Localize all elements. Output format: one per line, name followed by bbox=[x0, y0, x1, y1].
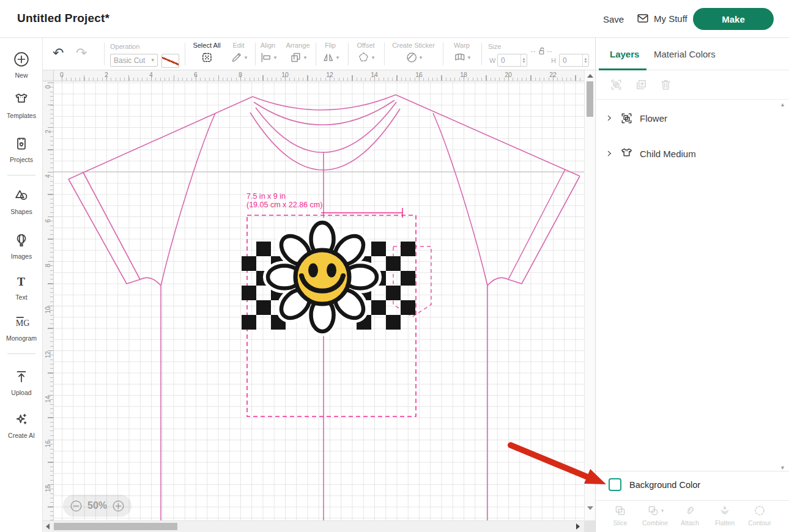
zoom-in-button[interactable] bbox=[112, 500, 125, 512]
group-icon[interactable] bbox=[609, 78, 623, 94]
tab-layers[interactable]: Layers bbox=[610, 49, 639, 59]
width-field: ▲▼ bbox=[497, 54, 527, 67]
sidebar-item-create-ai[interactable]: Create AI bbox=[0, 412, 43, 439]
layer-row-flower[interactable]: Flower bbox=[596, 105, 789, 131]
sidebar-item-monogram[interactable]: MGMonogram bbox=[0, 314, 43, 342]
operation-color-swatch[interactable] bbox=[161, 54, 179, 68]
shirt-icon bbox=[620, 147, 634, 161]
width-input[interactable] bbox=[498, 54, 520, 66]
monogram-icon: MG bbox=[13, 322, 29, 332]
toolbar-align-button[interactable]: Align▾ bbox=[259, 42, 277, 64]
toolbar-label: Offset bbox=[357, 42, 374, 49]
height-input[interactable] bbox=[560, 54, 582, 66]
sidebar-item-text[interactable]: TText bbox=[0, 273, 43, 301]
ruler-number: 8 bbox=[239, 71, 242, 78]
ruler-corner bbox=[43, 70, 54, 81]
chevron-down-icon: ▾ bbox=[468, 55, 471, 61]
ruler-number: 2 bbox=[105, 71, 108, 78]
scroll-right-arrow[interactable] bbox=[576, 523, 580, 530]
toolbar-arrange-button[interactable]: Arrange▾ bbox=[286, 42, 309, 64]
size-lock[interactable] bbox=[531, 45, 552, 57]
flower-design[interactable] bbox=[242, 223, 415, 331]
toolbar-edit-button[interactable]: Edit▾ bbox=[230, 42, 248, 64]
canvas-grid[interactable]: 7.5 in x 9 in (19.05 cm x 22.86 cm) bbox=[54, 81, 584, 520]
top-bar: Untitled Project* Save My Stuff Make bbox=[0, 0, 789, 38]
sidebar-item-upload[interactable]: Upload bbox=[0, 369, 43, 396]
height-field: ▲▼ bbox=[559, 54, 589, 67]
trash-icon[interactable] bbox=[659, 78, 673, 94]
combine-icon bbox=[646, 504, 660, 517]
width-stepper[interactable]: ▲▼ bbox=[520, 54, 527, 66]
redo-button[interactable]: ↷ bbox=[76, 46, 87, 60]
toolbar-label: Create Sticker bbox=[392, 42, 435, 49]
vertical-scrollbar[interactable] bbox=[584, 70, 595, 520]
tab-material-colors[interactable]: Material Colors bbox=[654, 49, 716, 59]
width-label: W bbox=[489, 57, 495, 64]
sidebar-item-label: Templates bbox=[0, 112, 43, 119]
attach-button[interactable]: Attach bbox=[670, 503, 709, 526]
checker-square bbox=[386, 315, 401, 330]
zoom-control: 50% bbox=[63, 495, 132, 517]
horizontal-scroll-thumb[interactable] bbox=[54, 523, 177, 530]
smiley-eye bbox=[327, 264, 336, 278]
new-icon bbox=[13, 59, 29, 69]
expand-chevron-icon[interactable] bbox=[604, 149, 614, 158]
save-button[interactable]: Save bbox=[603, 14, 624, 24]
scroll-down-arrow[interactable] bbox=[587, 506, 593, 510]
undo-button[interactable]: ↶ bbox=[53, 46, 64, 60]
toolbar-create-sticker-button[interactable]: Create Sticker▾ bbox=[392, 42, 435, 64]
sidebar-item-label: Shapes bbox=[0, 208, 43, 215]
contour-button[interactable]: Contour bbox=[740, 503, 779, 526]
toolbar-flip-button[interactable]: Flip▾ bbox=[322, 42, 339, 64]
combine-button[interactable]: ▾Combine bbox=[635, 503, 675, 526]
ruler-number: 18 bbox=[460, 71, 467, 78]
sidebar-item-shapes[interactable]: Shapes bbox=[0, 188, 43, 215]
operation-value: Basic Cut bbox=[114, 56, 145, 65]
layers-toolbar bbox=[596, 70, 789, 99]
panel-tabs: Layers Material Colors bbox=[596, 38, 789, 70]
sidebar-item-new[interactable]: New bbox=[0, 51, 43, 79]
slice-button[interactable]: Slice bbox=[601, 503, 640, 526]
sidebar-item-projects[interactable]: Projects bbox=[0, 136, 43, 163]
horizontal-scrollbar[interactable] bbox=[43, 520, 584, 532]
edit-toolbar: ↶ ↷ Operation Basic Cut ▾ Select AllEdit… bbox=[43, 38, 595, 70]
ruler-number: 0 bbox=[43, 82, 52, 92]
my-stuff-button[interactable]: My Stuff bbox=[636, 12, 687, 25]
expand-chevron-icon[interactable] bbox=[604, 113, 614, 123]
sidebar-item-label: Images bbox=[0, 253, 43, 260]
ruler-number: 6 bbox=[43, 216, 52, 226]
envelope-icon bbox=[636, 12, 650, 25]
layer-row-child-medium[interactable]: Child Medium bbox=[596, 140, 789, 167]
select-all-icon bbox=[200, 51, 213, 64]
ruler-number: 4 bbox=[43, 171, 52, 181]
scroll-up-arrow[interactable] bbox=[587, 74, 593, 78]
arrange-icon bbox=[289, 51, 303, 64]
ruler-number: 10 bbox=[281, 71, 289, 78]
layer-label: Child Medium bbox=[640, 149, 696, 159]
background-color-checkbox[interactable] bbox=[609, 478, 621, 491]
flatten-icon bbox=[718, 504, 732, 517]
toolbar-select-all-button[interactable]: Select All bbox=[193, 42, 220, 64]
zoom-out-button[interactable] bbox=[70, 500, 83, 512]
layer-label: Flower bbox=[640, 113, 667, 124]
height-stepper[interactable]: ▲▼ bbox=[582, 54, 588, 66]
my-stuff-label: My Stuff bbox=[654, 13, 687, 24]
sidebar-item-images[interactable]: Images bbox=[0, 232, 43, 260]
ruler-number: 8 bbox=[43, 260, 52, 270]
operation-dropdown[interactable]: Basic Cut ▾ bbox=[110, 54, 158, 67]
make-button[interactable]: Make bbox=[693, 8, 774, 30]
ruler-number: 14 bbox=[371, 71, 378, 78]
toolbar-label: Align bbox=[259, 42, 277, 49]
toolbar-offset-button[interactable]: Offset▾ bbox=[357, 42, 374, 64]
ruler-number: 12 bbox=[326, 71, 333, 78]
flatten-button[interactable]: Flatten bbox=[705, 503, 744, 526]
vertical-scroll-thumb[interactable] bbox=[587, 81, 593, 117]
offset-icon bbox=[357, 51, 371, 64]
chevron-down-icon: ▾ bbox=[336, 55, 339, 61]
sidebar-item-templates[interactable]: Templates bbox=[0, 92, 43, 119]
ruler-number: 2 bbox=[43, 127, 52, 136]
toolbar-warp-button[interactable]: Warp▾ bbox=[453, 42, 471, 64]
scroll-left-arrow[interactable] bbox=[46, 523, 50, 530]
panel-scroll-down-icon[interactable]: ▼ bbox=[780, 465, 785, 471]
duplicate-icon[interactable] bbox=[634, 78, 648, 94]
